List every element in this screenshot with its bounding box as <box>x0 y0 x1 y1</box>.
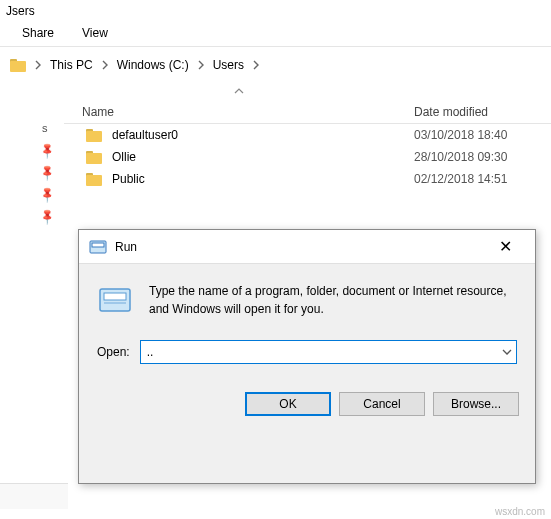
quick-access-item[interactable]: 📌 <box>0 183 64 205</box>
svg-rect-1 <box>92 243 104 247</box>
column-date-modified[interactable]: Date modified <box>414 105 551 119</box>
folder-icon <box>86 127 104 143</box>
tab-share[interactable]: Share <box>22 26 54 40</box>
breadcrumb-windows-c[interactable]: Windows (C:) <box>115 56 191 74</box>
column-headers: Name Date modified <box>64 96 551 124</box>
close-button[interactable]: ✕ <box>485 237 525 256</box>
sort-ascending-icon[interactable] <box>64 83 551 96</box>
dialog-description: Type the name of a program, folder, docu… <box>149 282 517 318</box>
quick-item-fragment: s <box>42 122 54 134</box>
watermark: wsxdn.com <box>495 506 545 517</box>
folder-icon <box>86 171 104 187</box>
folder-icon <box>10 57 28 73</box>
file-row[interactable]: Public 02/12/2018 14:51 <box>64 168 551 190</box>
file-date: 02/12/2018 14:51 <box>414 172 551 186</box>
dialog-titlebar[interactable]: Run ✕ <box>79 230 535 264</box>
file-name: Public <box>112 172 145 186</box>
file-name: defaultuser0 <box>112 128 178 142</box>
open-value: .. <box>147 345 154 359</box>
file-date: 03/10/2018 18:40 <box>414 128 551 142</box>
pin-icon: 📌 <box>37 140 56 159</box>
chevron-right-icon[interactable] <box>195 57 207 73</box>
quick-access-item[interactable]: 📌 <box>0 139 64 161</box>
ok-button[interactable]: OK <box>245 392 331 416</box>
open-label: Open: <box>97 345 130 359</box>
pin-icon: 📌 <box>37 184 56 203</box>
ribbon-tabs: Share View <box>0 20 551 47</box>
quick-access-item[interactable]: 📌 <box>0 161 64 183</box>
address-bar[interactable]: This PC Windows (C:) Users <box>0 47 551 83</box>
breadcrumb-this-pc[interactable]: This PC <box>48 56 95 74</box>
chevron-right-icon[interactable] <box>32 57 44 73</box>
folder-icon <box>86 149 104 165</box>
file-date: 28/10/2018 09:30 <box>414 150 551 164</box>
run-icon-large <box>97 282 133 318</box>
open-combobox[interactable]: .. <box>140 340 517 364</box>
cancel-button[interactable]: Cancel <box>339 392 425 416</box>
quick-access-item[interactable]: s <box>0 117 64 139</box>
browse-button[interactable]: Browse... <box>433 392 519 416</box>
run-icon <box>89 239 107 255</box>
nav-pane: s 📌 📌 📌 📌 <box>0 83 64 483</box>
file-name: Ollie <box>112 150 136 164</box>
tab-view[interactable]: View <box>82 26 108 40</box>
breadcrumb-users[interactable]: Users <box>211 56 246 74</box>
run-dialog: Run ✕ Type the name of a program, folder… <box>78 229 536 484</box>
pin-icon: 📌 <box>37 162 56 181</box>
quick-access-item[interactable]: 📌 <box>0 205 64 227</box>
pin-icon: 📌 <box>37 206 56 225</box>
status-bar-fragment <box>0 483 68 509</box>
column-name[interactable]: Name <box>64 105 414 119</box>
chevron-down-icon[interactable] <box>502 349 512 355</box>
chevron-right-icon[interactable] <box>99 57 111 73</box>
file-row[interactable]: defaultuser0 03/10/2018 18:40 <box>64 124 551 146</box>
svg-rect-3 <box>104 293 126 300</box>
dialog-title: Run <box>115 240 137 254</box>
window-title: Jsers <box>0 0 551 20</box>
chevron-right-icon[interactable] <box>250 57 262 73</box>
svg-rect-4 <box>104 302 126 304</box>
file-row[interactable]: Ollie 28/10/2018 09:30 <box>64 146 551 168</box>
close-icon: ✕ <box>499 238 512 255</box>
